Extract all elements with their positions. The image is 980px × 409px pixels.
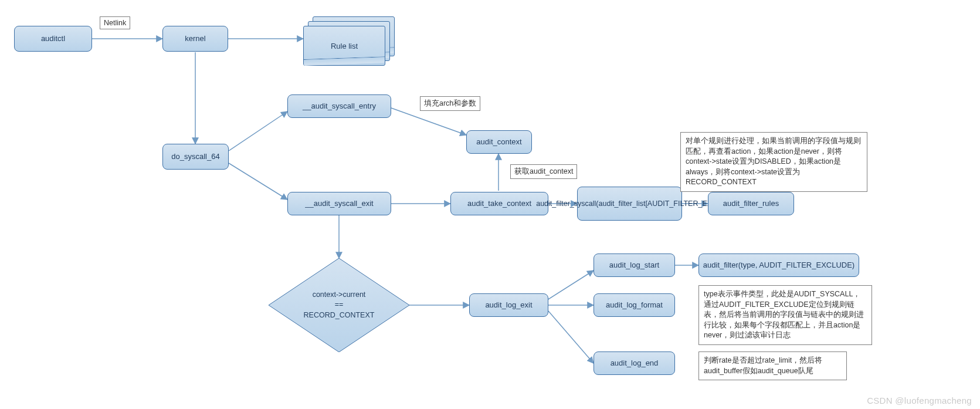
svg-line-5: [391, 108, 466, 135]
note-exclude: type表示事件类型，此处是AUDIT_SYSCALL，通过AUDIT_FILT…: [698, 285, 872, 345]
label-netlink: Netlink: [100, 16, 130, 29]
decision-text: context->current == RECORD_CONTEXT: [269, 258, 409, 352]
decision-record-context: context->current == RECORD_CONTEXT: [269, 258, 409, 352]
label-fill-arch: 填充arch和参数: [420, 96, 480, 111]
node-audit-filter-syscall: audit_filter_syscall(audit_filter_list[A…: [577, 187, 682, 221]
node-audit-syscall-entry: __audit_syscall_entry: [287, 94, 391, 118]
node-audit-filter-exclude: audit_filter(type, AUDIT_FILTER_EXCLUDE): [698, 253, 859, 277]
svg-line-3: [229, 111, 287, 151]
node-do-syscall-64: do_syscall_64: [162, 144, 229, 170]
node-rule-list: Rule list: [303, 16, 397, 69]
node-audit-take-context: audit_take_context: [450, 192, 548, 215]
node-audit-log-exit: audit_log_exit: [469, 293, 548, 317]
watermark: CSDN @luofengmacheng: [867, 396, 972, 405]
node-audit-log-end: audit_log_end: [594, 351, 675, 375]
node-audit-log-start: audit_log_start: [594, 253, 675, 277]
node-auditctl: auditctl: [14, 26, 92, 52]
note-rule-processing: 对单个规则进行处理，如果当前调用的字段值与规则匹配，再查看action，如果ac…: [680, 132, 867, 192]
node-audit-syscall-exit: __audit_syscall_exit: [287, 192, 391, 215]
note-end: 判断rate是否超过rate_limit，然后将audit_buffer假如au…: [698, 351, 847, 380]
node-audit-context: audit_context: [466, 130, 532, 154]
svg-line-4: [229, 163, 287, 200]
svg-line-14: [548, 311, 594, 363]
node-kernel: kernel: [162, 26, 228, 52]
label-get-audit-context: 获取audit_context: [510, 164, 577, 179]
svg-line-12: [548, 271, 594, 299]
node-audit-filter-rules: audit_filter_rules: [708, 192, 794, 215]
node-audit-log-format: audit_log_format: [594, 293, 675, 317]
rule-list-label: Rule list: [331, 42, 358, 50]
